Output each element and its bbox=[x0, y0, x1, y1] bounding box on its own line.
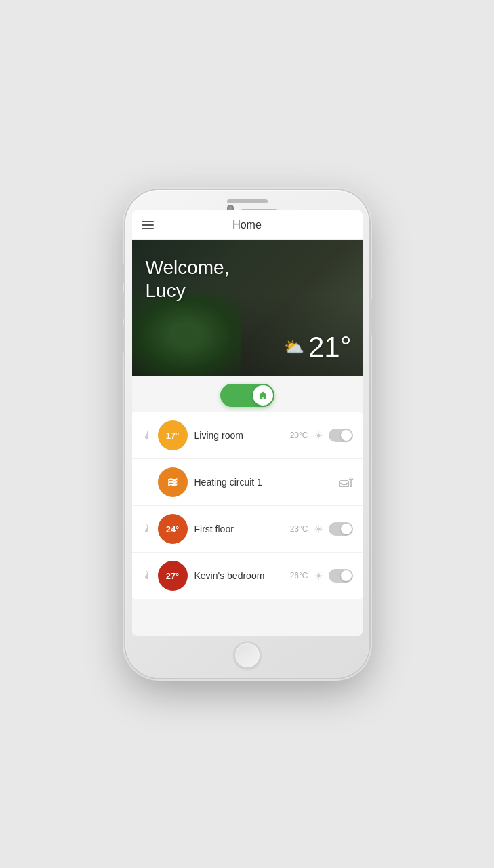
phone-screen: Home Welcome, Lucy ⛅ 21° bbox=[132, 210, 363, 636]
room-item[interactable]: 🌡 ≋ Heating circuit 1 🛋 bbox=[132, 459, 363, 506]
hero-section: Welcome, Lucy ⛅ 21° bbox=[132, 240, 363, 376]
toggle-knob bbox=[341, 430, 352, 441]
temp-badge: 24° bbox=[158, 514, 188, 544]
hero-plants-decoration bbox=[132, 294, 241, 376]
home-mode-toggle[interactable] bbox=[220, 384, 274, 407]
sun-icon: ☀ bbox=[314, 429, 323, 442]
room-name: Living room bbox=[194, 430, 283, 441]
sun-icon: ☀ bbox=[314, 570, 323, 583]
home-toggle-knob bbox=[253, 385, 273, 406]
toggle-knob bbox=[341, 570, 352, 581]
room-item[interactable]: 🌡 24° First floor 23°C ☀ bbox=[132, 506, 363, 553]
temp-badge: 27° bbox=[158, 561, 188, 591]
set-temperature: 20°C bbox=[290, 431, 308, 440]
menu-button[interactable] bbox=[142, 221, 154, 229]
thermometer-icon: 🌡 bbox=[142, 523, 151, 535]
temp-badge: ≋ bbox=[158, 467, 188, 497]
room-controls: 26°C ☀ bbox=[290, 569, 353, 583]
power-button bbox=[369, 298, 372, 336]
set-temperature: 23°C bbox=[290, 524, 308, 534]
sun-icon: ☀ bbox=[314, 523, 323, 536]
sofa-icon: 🛋 bbox=[339, 475, 353, 490]
weather-temperature: 21° bbox=[308, 331, 352, 363]
volume-up-button bbox=[123, 292, 125, 319]
top-bar: Home bbox=[132, 210, 363, 240]
room-item[interactable]: 🌡 17° Living room 20°C ☀ bbox=[132, 412, 363, 459]
room-name: First floor bbox=[194, 524, 283, 534]
phone-speaker bbox=[227, 199, 268, 203]
main-content: 🌡 17° Living room 20°C ☀ 🌡 bbox=[132, 376, 363, 636]
temp-badge: 17° bbox=[158, 420, 188, 450]
thermometer-icon: 🌡 bbox=[142, 429, 151, 441]
room-toggle[interactable] bbox=[329, 429, 353, 442]
page-title: Home bbox=[232, 219, 262, 231]
room-controls: 20°C ☀ bbox=[290, 429, 353, 442]
room-name: Kevin's bedroom bbox=[194, 570, 283, 581]
room-name: Heating circuit 1 bbox=[194, 477, 333, 488]
mute-button bbox=[123, 264, 125, 283]
room-controls: 🛋 bbox=[339, 475, 353, 490]
room-toggle[interactable] bbox=[329, 569, 353, 583]
room-toggle[interactable] bbox=[329, 522, 353, 536]
room-controls: 23°C ☀ bbox=[290, 522, 353, 536]
weather-display: ⛅ 21° bbox=[284, 331, 352, 363]
home-toggle-wrapper bbox=[220, 376, 274, 412]
phone-frame: Home Welcome, Lucy ⛅ 21° bbox=[125, 190, 369, 678]
set-temperature: 26°C bbox=[290, 571, 308, 580]
volume-down-button bbox=[123, 326, 125, 353]
thermometer-icon: 🌡 bbox=[142, 570, 151, 582]
home-icon bbox=[258, 391, 268, 400]
home-button[interactable] bbox=[234, 642, 261, 669]
room-item[interactable]: 🌡 27° Kevin's bedroom 26°C ☀ bbox=[132, 553, 363, 599]
weather-icon: ⛅ bbox=[284, 338, 304, 357]
welcome-text: Welcome, Lucy bbox=[146, 256, 230, 302]
room-list: 🌡 17° Living room 20°C ☀ 🌡 bbox=[132, 412, 363, 599]
toggle-knob bbox=[341, 524, 352, 534]
